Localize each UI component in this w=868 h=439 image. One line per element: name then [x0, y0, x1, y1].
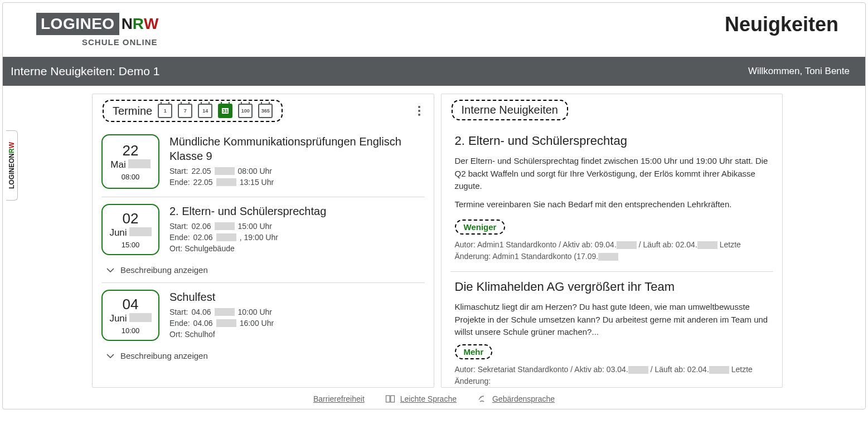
logo-nrw: NRW	[119, 13, 159, 35]
redacted	[216, 233, 236, 241]
chevron-down-icon	[106, 352, 115, 360]
news-body: Klimaschutz liegt dir am Herzen? Du hast…	[455, 301, 769, 339]
description-toggle-label: Beschreibung anzeigen	[120, 265, 208, 275]
event-start-line: Start: 04.0610:00 Uhr	[169, 308, 425, 316]
event-end-line: Ende: 04.0616:00 Uhr	[169, 319, 425, 328]
news-title: 2. Eltern- und Schülersprechtag	[455, 134, 769, 148]
redacted	[216, 319, 236, 327]
side-tab-logo[interactable]: LOGINEONRW	[6, 130, 18, 201]
section-bar: Interne Neuigkeiten: Demo 1 Willkommen, …	[3, 57, 865, 86]
calendar-filter-100[interactable]: 100	[238, 104, 253, 118]
news-title: Die Klimahelden AG vergrößert ihr Team	[455, 280, 769, 294]
event-title: 2. Eltern- und Schülersprechtag	[169, 204, 425, 218]
event-month: Juni	[109, 227, 127, 238]
event-date-badge: 02 Juni 15:00	[101, 204, 159, 255]
redacted	[215, 308, 235, 316]
panel-news: Interne Neuigkeiten 2. Eltern- und Schül…	[441, 94, 783, 388]
description-toggle-label: Beschreibung anzeigen	[120, 351, 208, 360]
redacted	[628, 366, 648, 374]
calendar-filter-group: 1 7 14 31 100 365	[158, 104, 273, 118]
termine-heading: Termine	[113, 105, 152, 118]
event-row: 04 Juni 10:00 Schulfest Start: 04.0610:0…	[101, 283, 425, 368]
footer: Barrierefreiheit Leichte Sprache Gebärde…	[3, 388, 865, 406]
more-toggle-pill[interactable]: Mehr	[455, 344, 493, 359]
news-item: 2. Eltern- und Schülersprechtag Der Elte…	[450, 126, 774, 272]
redacted	[215, 167, 235, 175]
header: LOGINEO NRW SCHULE ONLINE Neuigkeiten	[3, 3, 865, 57]
termine-more-menu[interactable]	[415, 104, 424, 118]
description-toggle[interactable]: Beschreibung anzeigen	[101, 351, 425, 360]
event-row: 02 Juni 15:00 2. Eltern- und Schülerspre…	[101, 197, 425, 283]
hands-icon	[477, 393, 488, 404]
redacted	[709, 366, 729, 374]
termine-heading-pill: Termine 1 7 14 31 100 365	[103, 100, 283, 122]
calendar-filter-7[interactable]: 7	[178, 104, 192, 118]
event-month: Juni	[109, 313, 127, 324]
calendar-filter-14[interactable]: 14	[198, 104, 212, 118]
logo-subtitle: SCHULE ONLINE	[36, 37, 159, 47]
more-link: Mehr	[464, 347, 484, 357]
news-item: Die Klimahelden AG vergrößert ihr Team K…	[450, 272, 774, 387]
event-month: Mai	[110, 159, 125, 170]
news-list[interactable]: 2. Eltern- und Schülersprechtag Der Elte…	[442, 126, 783, 387]
redacted-year	[129, 313, 152, 322]
footer-gebaerdensprache-link[interactable]: Gebärdensprache	[492, 394, 555, 403]
event-title: Mündliche Kommunikationsprüfungen Englis…	[169, 134, 425, 163]
welcome-text: Willkommen, Toni Bente	[748, 66, 850, 77]
event-start-line: Start: 02.0615:00 Uhr	[169, 222, 425, 231]
logo: LOGINEO NRW SCHULE ONLINE	[36, 13, 159, 47]
news-meta: Autor: Admin1 Standardkonto / Aktiv ab: …	[455, 239, 769, 262]
description-toggle[interactable]: Beschreibung anzeigen	[101, 265, 425, 275]
event-row: 22 Mai 08:00 Mündliche Kommunikationsprü…	[101, 128, 425, 197]
calendar-filter-365[interactable]: 365	[258, 104, 273, 118]
less-toggle-pill[interactable]: Weniger	[455, 220, 506, 235]
event-start-line: Start: 22.0508:00 Uhr	[169, 167, 425, 175]
news-meta: Autor: Sekretariat Standardkonto / Aktiv…	[455, 364, 769, 387]
event-ort-line: Ort: Schulhof	[169, 330, 425, 339]
redacted-year	[129, 227, 152, 236]
panel-termine: Termine 1 7 14 31 100 365	[92, 94, 434, 388]
event-time: 15:00	[122, 241, 140, 249]
event-day: 22	[123, 142, 139, 159]
news-body: Termine vereinbaren Sie nach Bedarf mit …	[455, 198, 769, 211]
news-body: Der Eltern- und Schülersprechtag findet …	[455, 155, 769, 193]
footer-barrierefreiheit-link[interactable]: Barrierefreiheit	[313, 394, 365, 403]
event-day: 02	[123, 210, 139, 227]
termine-list[interactable]: 22 Mai 08:00 Mündliche Kommunikationsprü…	[93, 128, 434, 387]
less-link: Weniger	[464, 222, 497, 232]
chevron-down-icon	[106, 266, 115, 275]
main: LOGINEONRW Termine 1 7 14 31 100 365	[3, 86, 865, 388]
footer-leichte-sprache-link[interactable]: Leichte Sprache	[400, 394, 457, 403]
event-date-badge: 04 Juni 10:00	[101, 290, 159, 341]
event-day: 04	[123, 296, 139, 313]
logo-dark: LOGINEO	[36, 13, 119, 35]
event-end-line: Ende: 22.0513:15 Uhr	[169, 178, 425, 187]
event-title: Schulfest	[169, 290, 425, 304]
news-heading: Interne Neuigkeiten	[462, 104, 558, 116]
calendar-filter-31[interactable]: 31	[218, 104, 232, 118]
redacted	[598, 253, 618, 261]
redacted	[216, 178, 236, 186]
redacted-year	[128, 159, 151, 168]
news-heading-pill: Interne Neuigkeiten	[452, 100, 568, 120]
event-ort-line: Ort: Schulgebäude	[169, 244, 425, 253]
page-title: Neuigkeiten	[725, 13, 838, 36]
book-icon	[385, 393, 396, 404]
event-date-badge: 22 Mai 08:00	[101, 134, 159, 189]
event-time: 08:00	[122, 173, 140, 181]
redacted	[617, 241, 637, 249]
redacted	[697, 241, 717, 249]
section-title: Interne Neuigkeiten: Demo 1	[11, 65, 159, 78]
event-time: 10:00	[122, 326, 140, 335]
redacted	[215, 222, 235, 230]
event-end-line: Ende: 02.06, 19:00 Uhr	[169, 233, 425, 242]
calendar-filter-1[interactable]: 1	[158, 104, 172, 118]
